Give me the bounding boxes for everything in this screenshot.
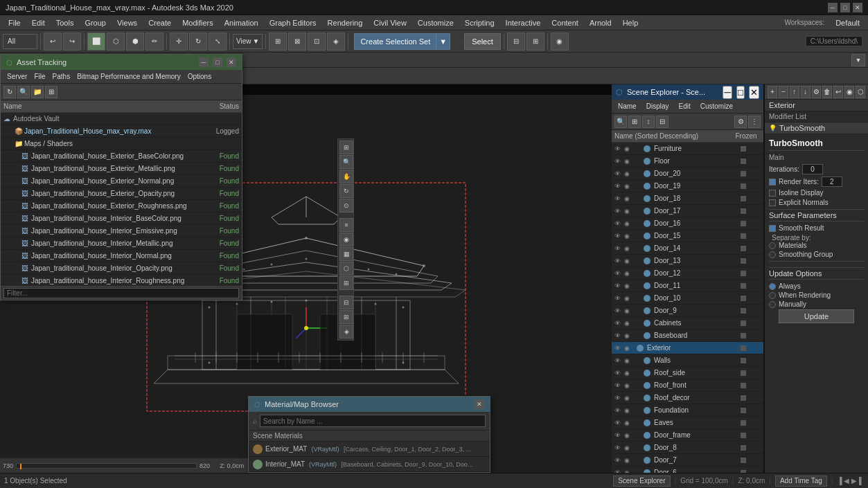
select-lasso-button[interactable]: ⬢ (126, 33, 144, 51)
render-icon[interactable]: ◉ (624, 357, 632, 364)
render-iters-checkbox[interactable] (769, 179, 776, 186)
smooth-result-checkbox[interactable] (769, 225, 776, 232)
pan-btn[interactable]: ✋ (339, 170, 353, 183)
at-list[interactable]: ☁ Autodesk Vault 📦 Japan_Traditional_Hou… (1, 113, 242, 286)
when-rendering-radio[interactable] (769, 292, 776, 299)
menu-scripting[interactable]: Scripting (459, 17, 500, 28)
modifier-turbosmooth[interactable]: 💡 TurboSmooth (765, 123, 868, 134)
se-list-item[interactable]: 👁 ◉ Eaves (612, 417, 763, 429)
render-icon[interactable]: ◉ (624, 183, 632, 190)
redo-button[interactable]: ↪ (63, 33, 81, 51)
at-list-item[interactable]: 🖼 Japan_traditional_house_Exterior_Opaci… (1, 188, 242, 200)
render-icon[interactable]: ◉ (624, 382, 632, 389)
at-path-btn[interactable]: 📁 (31, 86, 44, 98)
se-maximize[interactable]: □ (736, 86, 745, 99)
at-list-item[interactable]: 🖼 Japan_traditional_house_Interior_Rough… (1, 275, 242, 286)
se-list-item[interactable]: 👁 ◉ Door_frame (612, 429, 763, 442)
mb-close[interactable]: ✕ (475, 399, 484, 409)
scene-explorer-btn[interactable]: Scene Explorer (613, 476, 670, 487)
se-list-item[interactable]: 👁 ◉ Roof_decor (612, 392, 763, 404)
render-icon[interactable]: ◉ (624, 444, 632, 451)
select-rotate-button[interactable]: ↻ (189, 33, 207, 51)
freeze-btn[interactable] (741, 370, 746, 376)
freeze-btn[interactable] (741, 458, 746, 463)
se-menu-display[interactable]: Display (643, 102, 673, 111)
freeze-btn[interactable] (741, 408, 746, 413)
se-list-item[interactable]: 👁 ◉ Door_16 (612, 217, 763, 230)
se-list-item[interactable]: 👁 ◉ Furniture (612, 143, 763, 155)
at-list-item[interactable]: 📁 Maps / Shaders (1, 138, 242, 150)
zoom-extents-btn[interactable]: ⊞ (339, 141, 353, 154)
se-list-item[interactable]: 👁 ◉ Baseboard (612, 329, 763, 342)
at-menu-bitmap[interactable]: Bitmap Performance and Memory (73, 72, 184, 81)
at-list-item[interactable]: 🖼 Japan_traditional_house_Interior_Norma… (1, 250, 242, 262)
render-icon[interactable]: ◉ (624, 320, 632, 327)
visibility-icon[interactable]: 👁 (614, 407, 623, 414)
visibility-icon[interactable]: 👁 (614, 195, 623, 202)
visibility-icon[interactable]: 👁 (614, 382, 623, 389)
render-icon[interactable]: ◉ (624, 145, 632, 152)
render-icon[interactable]: ◉ (624, 370, 632, 377)
at-merge-btn[interactable]: ⊞ (45, 86, 57, 98)
at-list-item[interactable]: 🖼 Japan_traditional_house_Exterior_BaseC… (1, 150, 242, 163)
zoom-btn[interactable]: 🔍 (339, 155, 353, 169)
menu-content[interactable]: Content (546, 17, 584, 28)
at-menu-file[interactable]: File (30, 72, 48, 81)
freeze-btn[interactable] (741, 159, 746, 164)
visibility-icon[interactable]: 👁 (614, 158, 623, 165)
render-icon[interactable]: ◉ (624, 307, 632, 314)
menu-rendering[interactable]: Rendering (322, 17, 369, 28)
freeze-btn[interactable] (741, 258, 746, 264)
props-configure-btn[interactable]: ⚙ (812, 86, 822, 98)
mb-list-item[interactable]: Interior_MAT (VRayMtl) [Baseboard, Cabin… (249, 457, 490, 472)
menu-file[interactable]: File (3, 17, 26, 28)
render-icon[interactable]: ◉ (624, 457, 632, 464)
props-display-btn[interactable]: ◉ (844, 86, 854, 98)
freeze-btn[interactable] (741, 246, 746, 251)
render-icon[interactable]: ◉ (624, 220, 632, 227)
freeze-btn[interactable] (741, 308, 746, 314)
snap-toggle[interactable]: ⊠ (288, 33, 306, 51)
se-list-item[interactable]: 👁 ◉ Floor (612, 155, 763, 168)
render-icon[interactable]: ◉ (624, 295, 632, 302)
se-menu-edit[interactable]: Edit (675, 102, 693, 111)
at-list-item[interactable]: 🖼 Japan_traditional_house_Interior_BaseC… (1, 213, 242, 225)
render-icon[interactable]: ◉ (624, 158, 632, 165)
manually-radio[interactable] (769, 301, 776, 308)
se-sort-btn[interactable]: ↕ (642, 116, 655, 128)
render-iters-input[interactable] (822, 177, 842, 187)
at-list-item[interactable]: 🖼 Japan_traditional_house_Exterior_Norma… (1, 175, 242, 188)
props-wire-btn[interactable]: ⬡ (856, 86, 865, 98)
show-bg-btn[interactable]: ◈ (339, 325, 353, 338)
visibility-icon[interactable]: 👁 (614, 419, 623, 426)
se-list-item[interactable]: 👁 ◉ Roof_front (612, 379, 763, 392)
se-menu-customize[interactable]: Customize (697, 102, 736, 111)
freeze-btn[interactable] (741, 283, 746, 289)
at-list-item[interactable]: 🖼 Japan_traditional_house_Interior_Metal… (1, 237, 242, 250)
mb-search-input[interactable] (260, 415, 486, 427)
maximize-button[interactable]: □ (840, 3, 850, 12)
visibility-icon[interactable]: 👁 (614, 220, 623, 227)
percent-snap[interactable]: ◈ (327, 33, 345, 51)
orbit-btn[interactable]: ↻ (339, 184, 353, 198)
mode-selector[interactable]: All (3, 34, 37, 49)
se-list-item[interactable]: 👁 ◉ Door_9 (612, 305, 763, 317)
mirror-button[interactable]: ⊟ (507, 33, 525, 51)
se-list-item[interactable]: 👁 ◉ Door_7 (612, 454, 763, 467)
se-list-item[interactable]: 👁 ◉ Roof_side (612, 367, 763, 379)
select-button[interactable]: Select (464, 33, 501, 50)
se-list-item[interactable]: 👁 ◉ Door_14 (612, 242, 763, 255)
freeze-btn[interactable] (741, 320, 746, 326)
props-move-down-btn[interactable]: ↓ (801, 86, 811, 98)
se-list-item[interactable]: 👁 ◉ Door_20 (612, 168, 763, 180)
create-selection-arrow[interactable]: ▼ (436, 33, 450, 50)
visibility-icon[interactable]: 👁 (614, 170, 623, 177)
freeze-btn[interactable] (741, 271, 746, 276)
render-icon[interactable]: ◉ (624, 257, 632, 264)
freeze-btn[interactable] (741, 358, 746, 363)
freeze-btn[interactable] (741, 383, 746, 388)
freeze-btn[interactable] (741, 420, 746, 426)
freeze-btn[interactable] (741, 183, 746, 189)
menu-tools[interactable]: Tools (51, 17, 80, 28)
at-refresh-btn[interactable]: ↻ (3, 86, 16, 98)
